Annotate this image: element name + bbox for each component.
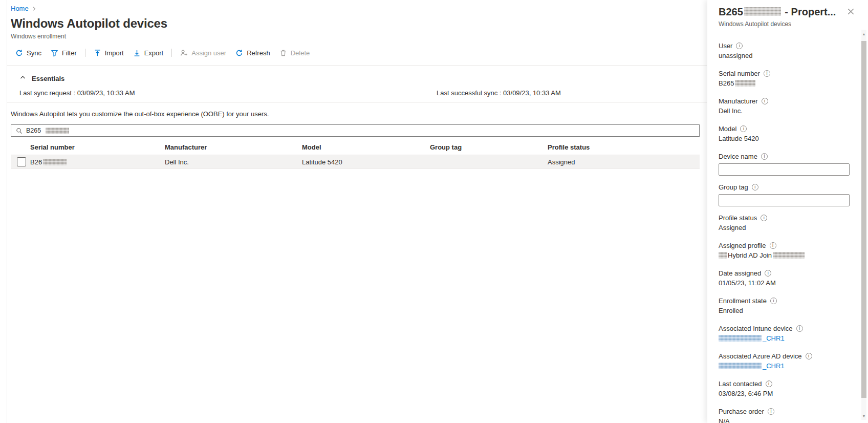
- export-button[interactable]: Export: [128, 47, 168, 59]
- last-sync-request: Last sync request : 03/09/23, 10:33 AM: [19, 89, 135, 97]
- redacted-serial: [735, 80, 755, 87]
- field-profile-status: Profile statusi Assigned: [719, 214, 850, 232]
- page-title: Windows Autopilot devices: [11, 16, 167, 31]
- chevron-right-icon: [32, 6, 37, 11]
- field-device-name: Device namei: [719, 152, 850, 176]
- field-associated-azure-ad-device: Associated Azure AD devicei _CHR1: [719, 352, 850, 370]
- essentials-divider: [7, 102, 707, 102]
- info-icon[interactable]: i: [806, 353, 812, 359]
- info-icon[interactable]: i: [762, 98, 768, 104]
- toolbar: Sync Filter Import Export: [11, 46, 314, 60]
- field-purchase-order: Purchase orderi N/A: [719, 407, 850, 423]
- redacted-profile-suffix: [773, 252, 805, 259]
- column-manufacturer[interactable]: Manufacturer: [165, 143, 302, 151]
- redacted-search-text: [46, 128, 69, 134]
- intune-device-link[interactable]: _CHR1: [719, 334, 785, 342]
- table-row[interactable]: B26 Dell Inc. Latitude 5420 Assigned: [11, 155, 700, 169]
- cell-profile-status: Assigned: [548, 158, 700, 166]
- field-associated-intune-device: Associated Intune devicei _CHR1: [719, 324, 850, 343]
- breadcrumb: Home: [11, 5, 37, 12]
- blade-divider: [7, 0, 7, 423]
- cell-serial-number: B26: [30, 158, 165, 166]
- scroll-up-icon[interactable]: ▲: [861, 30, 866, 38]
- field-enrollment-state: Enrollment statei Enrolled: [719, 297, 850, 315]
- row-checkbox[interactable]: [17, 157, 26, 166]
- main-blade: Home Windows Autopilot devices ··· Windo…: [0, 0, 707, 423]
- overflow-menu-button[interactable]: ···: [155, 18, 165, 27]
- field-last-contacted: Last contactedi 03/08/23, 6:46 PM: [719, 379, 850, 398]
- info-icon[interactable]: i: [770, 242, 776, 249]
- redacted-title: [744, 7, 781, 16]
- import-button[interactable]: Import: [89, 47, 128, 59]
- last-successful-sync-value: 03/09/23, 10:33 AM: [503, 89, 561, 97]
- filter-button[interactable]: Filter: [46, 47, 81, 59]
- toolbar-divider: [7, 66, 707, 66]
- info-icon[interactable]: i: [764, 70, 770, 77]
- info-icon[interactable]: i: [740, 125, 747, 132]
- page-subtitle: Windows enrollment: [11, 33, 66, 40]
- field-model: Modeli Latitude 5420: [719, 124, 850, 143]
- column-serial-number[interactable]: Serial number: [30, 143, 165, 151]
- last-successful-sync: Last successful sync : 03/09/23, 10:33 A…: [437, 89, 561, 97]
- breadcrumb-home-link[interactable]: Home: [11, 5, 29, 12]
- export-icon: [133, 49, 141, 57]
- redacted-device-name: [719, 335, 762, 342]
- sync-button[interactable]: Sync: [11, 47, 46, 59]
- scrollbar-thumb[interactable]: [861, 41, 866, 398]
- field-serial-number: Serial numberi B265: [719, 69, 850, 88]
- refresh-button[interactable]: Refresh: [231, 47, 275, 59]
- toolbar-separator: [171, 49, 172, 57]
- info-icon[interactable]: i: [761, 215, 767, 221]
- table-header: Serial number Manufacturer Model Group t…: [11, 140, 700, 154]
- panel-subtitle: Windows Autopilot devices: [719, 20, 850, 28]
- column-model[interactable]: Model: [302, 143, 430, 151]
- redacted-device-name: [719, 363, 762, 369]
- refresh-icon: [235, 49, 243, 57]
- redacted-profile-prefix: [719, 252, 727, 259]
- panel-scrollbar: ▲ ▼: [861, 30, 866, 420]
- search-input[interactable]: B265: [11, 124, 700, 137]
- search-value: B265: [26, 127, 41, 134]
- field-group-tag: Group tagi: [719, 183, 850, 206]
- field-assigned-profile: Assigned profilei Hybrid AD Join: [719, 241, 850, 260]
- panel-title: B265 - Propert...: [719, 6, 850, 18]
- properties-panel: B265 - Propert... Windows Autopilot devi…: [707, 0, 868, 423]
- delete-button[interactable]: Delete: [275, 47, 315, 59]
- cell-model: Latitude 5420: [302, 158, 430, 166]
- page: Home Windows Autopilot devices ··· Windo…: [0, 0, 868, 423]
- field-date-assigned: Date assignedi 01/05/23, 11:02 AM: [719, 269, 850, 287]
- field-manufacturer: Manufactureri Dell Inc.: [719, 97, 850, 115]
- chevron-up-icon: [19, 74, 26, 82]
- import-icon: [94, 49, 101, 57]
- last-sync-request-value: 03/09/23, 10:33 AM: [77, 89, 135, 97]
- info-icon[interactable]: i: [765, 270, 771, 277]
- field-user: Useri unassigned: [719, 41, 850, 60]
- azure-ad-device-link[interactable]: _CHR1: [719, 362, 785, 370]
- redacted-serial: [43, 159, 67, 165]
- delete-icon: [279, 49, 287, 57]
- assign-user-button[interactable]: Assign user: [176, 47, 231, 59]
- info-icon[interactable]: i: [761, 153, 768, 160]
- info-icon[interactable]: i: [770, 298, 777, 304]
- toolbar-separator: [85, 49, 85, 57]
- column-profile-status[interactable]: Profile status: [548, 143, 700, 151]
- info-icon[interactable]: i: [752, 184, 758, 191]
- info-icon[interactable]: i: [796, 325, 803, 332]
- search-icon: [16, 128, 23, 134]
- device-name-input[interactable]: [719, 163, 850, 176]
- scroll-down-icon[interactable]: ▼: [861, 412, 866, 420]
- sync-icon: [15, 49, 23, 57]
- filter-icon: [51, 49, 58, 57]
- info-icon[interactable]: i: [736, 43, 743, 49]
- page-description: Windows Autopilot lets you customize the…: [11, 110, 269, 118]
- info-icon[interactable]: i: [768, 408, 774, 415]
- column-group-tag[interactable]: Group tag: [430, 143, 548, 151]
- cell-manufacturer: Dell Inc.: [165, 158, 302, 166]
- essentials-toggle[interactable]: Essentials: [19, 74, 64, 82]
- info-icon[interactable]: i: [766, 380, 772, 387]
- assign-user-icon: [180, 49, 188, 57]
- group-tag-input[interactable]: [719, 194, 850, 206]
